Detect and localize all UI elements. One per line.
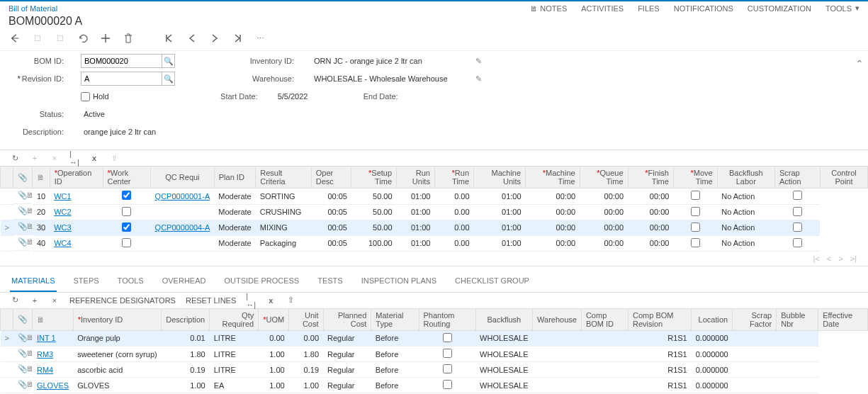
- tab-inspection-plans[interactable]: INSPECTION PLANS: [360, 272, 438, 292]
- nav-prev-button[interactable]: [187, 33, 197, 43]
- ops-add-row-button[interactable]: +: [30, 153, 40, 163]
- mcol-scrap[interactable]: Scrap Factor: [733, 308, 777, 330]
- cell-machine-time[interactable]: 01:00: [474, 235, 526, 251]
- menu-notifications[interactable]: NOTIFICATIONS: [674, 4, 733, 13]
- cell-comp-rev[interactable]: [581, 330, 628, 347]
- save-close-button[interactable]: ☐: [55, 33, 65, 43]
- cell-qc[interactable]: [103, 204, 151, 220]
- col-move-time[interactable]: *Move Time: [673, 167, 717, 188]
- cell-planned-cost[interactable]: 1.00: [289, 378, 323, 393]
- cell-machine-units[interactable]: 0.00: [434, 220, 473, 235]
- document-icon[interactable]: 🗎: [22, 331, 30, 347]
- ops-export-button[interactable]: x: [89, 153, 99, 163]
- cell-queue-time[interactable]: 00:00: [526, 188, 580, 205]
- cell-result-criteria[interactable]: Moderate: [214, 220, 255, 235]
- col-oper-desc[interactable]: Oper Desc: [311, 167, 351, 188]
- cell-run-units[interactable]: 50.00: [351, 220, 397, 235]
- cell-scrap-action[interactable]: No Action: [717, 188, 774, 205]
- cell-oper-desc[interactable]: MIXING: [256, 220, 312, 235]
- cell-scrap-action[interactable]: No Action: [717, 235, 774, 251]
- cell-setup-time[interactable]: 00:05: [311, 188, 351, 205]
- col-backflush-labor[interactable]: Backflush Labor: [717, 167, 774, 188]
- attachment-icon[interactable]: 📎: [13, 188, 22, 204]
- cell-bubble[interactable]: [733, 362, 777, 378]
- col-setup-time[interactable]: *Setup Time: [351, 167, 397, 188]
- attachment-icon[interactable]: 📎: [13, 235, 22, 251]
- cell-machine-units[interactable]: 0.00: [434, 188, 473, 205]
- cell-comp-bom[interactable]: [533, 362, 582, 378]
- mcol-eff[interactable]: Effective Date: [818, 308, 868, 330]
- cell-bubble[interactable]: [733, 347, 777, 362]
- row-expand-icon[interactable]: [1, 378, 13, 393]
- document-icon[interactable]: 🗎: [22, 235, 30, 251]
- cell-eff[interactable]: [777, 362, 818, 378]
- cell-setup-time[interactable]: 00:05: [311, 204, 351, 220]
- table-row[interactable]: 📎 🗎 10 WC1 QCP0000001-A Moderate SORTING…: [1, 188, 868, 205]
- cell-work-center[interactable]: WC2: [50, 204, 103, 220]
- tab-materials[interactable]: MATERIALS: [10, 272, 57, 292]
- col-machine-time[interactable]: *Machine Time: [526, 167, 580, 188]
- menu-customization[interactable]: CUSTOMIZATION: [748, 4, 811, 13]
- cell-backflush[interactable]: [673, 188, 717, 205]
- cell-location[interactable]: R1S1: [628, 347, 691, 362]
- cell-location[interactable]: R1S1: [628, 362, 691, 378]
- cell-backflush[interactable]: [673, 235, 717, 251]
- ops-pager-first[interactable]: |<: [813, 254, 820, 263]
- cell-machine-time[interactable]: 01:00: [474, 188, 526, 205]
- cell-backflush[interactable]: [419, 378, 475, 393]
- cell-control-point[interactable]: [774, 204, 820, 220]
- mcol-phantom[interactable]: Phantom Routing: [419, 308, 475, 330]
- cell-unit-cost[interactable]: 0.00: [259, 330, 289, 347]
- col-run-units[interactable]: Run Units: [397, 167, 435, 188]
- cell-move-time[interactable]: 00:00: [628, 220, 673, 235]
- tab-tests[interactable]: TESTS: [316, 272, 344, 292]
- col-scrap-action[interactable]: Scrap Action: [774, 167, 820, 188]
- cell-queue-time[interactable]: 00:00: [526, 220, 580, 235]
- tab-steps[interactable]: STEPS: [72, 272, 101, 292]
- cell-comp-bom[interactable]: [533, 347, 582, 362]
- cell-finish-time[interactable]: 00:00: [580, 235, 628, 251]
- row-expand-icon[interactable]: [1, 347, 13, 362]
- attachment-icon[interactable]: 📎: [13, 362, 22, 378]
- cell-bubble[interactable]: [733, 330, 777, 347]
- cell-qc[interactable]: [103, 235, 151, 251]
- attachment-icon[interactable]: 📎: [13, 378, 22, 393]
- document-icon[interactable]: 🗎: [22, 188, 30, 204]
- cell-backflush[interactable]: [673, 204, 717, 220]
- col-finish-time[interactable]: *Finish Time: [628, 167, 673, 188]
- ops-delete-row-button[interactable]: ×: [50, 153, 60, 163]
- cell-control-point[interactable]: [774, 235, 820, 251]
- cell-uom[interactable]: EA: [210, 378, 259, 393]
- cell-phantom[interactable]: Before: [371, 347, 419, 362]
- cell-move-time[interactable]: 00:00: [628, 235, 673, 251]
- cell-run-units[interactable]: 50.00: [351, 188, 397, 205]
- cell-qty[interactable]: 1.80: [162, 347, 210, 362]
- ops-refresh-button[interactable]: ↻: [10, 153, 20, 163]
- table-row[interactable]: > 📎 🗎 INT 1 Orange pulp 0.01 LITRE 0.00 …: [1, 330, 868, 347]
- cell-queue-time[interactable]: 00:00: [526, 204, 580, 220]
- document-icon[interactable]: 🗎: [22, 362, 30, 378]
- col-machine-units[interactable]: Machine Units: [474, 167, 526, 188]
- cell-material-type[interactable]: Regular: [323, 347, 371, 362]
- table-row[interactable]: > 📎 🗎 30 WC3 QCP0000004-A Moderate MIXIN…: [1, 220, 868, 235]
- mat-refresh-button[interactable]: ↻: [10, 296, 20, 305]
- cell-backflush[interactable]: [419, 362, 475, 378]
- cell-control-point[interactable]: [774, 220, 820, 235]
- delete-button[interactable]: [123, 33, 133, 43]
- cell-location[interactable]: R1S1: [628, 330, 691, 347]
- mat-add-row-button[interactable]: +: [30, 296, 40, 305]
- cell-qty[interactable]: 0.01: [162, 330, 210, 347]
- cell-work-center[interactable]: WC3: [50, 220, 103, 235]
- cell-plan-id[interactable]: QCP0000004-A: [151, 220, 215, 235]
- col-result-criteria[interactable]: Result Criteria: [256, 167, 312, 188]
- col-operation-id[interactable]: *Operation ID: [50, 167, 103, 188]
- cell-machine-units[interactable]: 0.00: [434, 204, 473, 220]
- cell-comp-bom[interactable]: [533, 378, 582, 393]
- revision-id-input[interactable]: [81, 72, 162, 86]
- cell-inventory-id[interactable]: RM3: [33, 347, 73, 362]
- cell-finish-time[interactable]: 00:00: [580, 220, 628, 235]
- mcol-warehouse[interactable]: Warehouse: [533, 308, 582, 330]
- bom-id-lookup[interactable]: 🔍: [162, 54, 175, 68]
- attachment-icon[interactable]: 📎: [13, 204, 22, 220]
- cell-uom[interactable]: LITRE: [210, 362, 259, 378]
